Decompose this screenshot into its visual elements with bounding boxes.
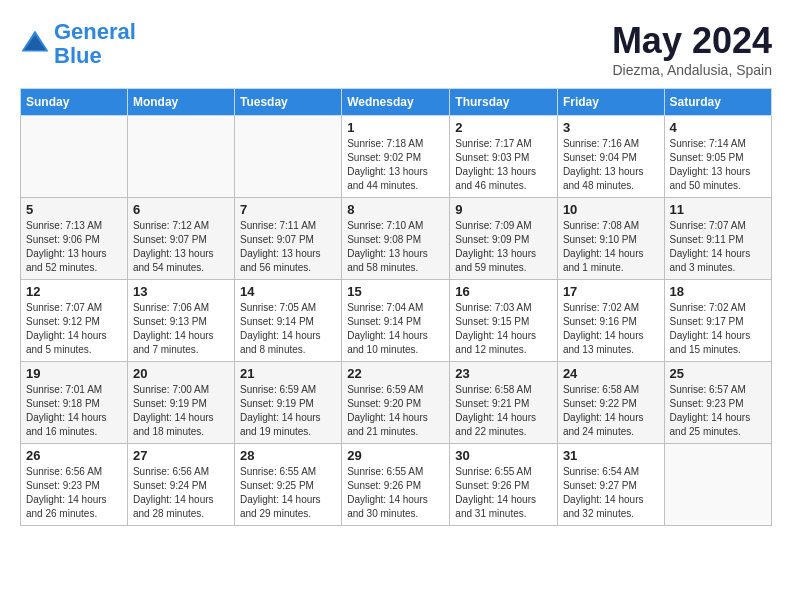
day-info: Sunrise: 7:17 AM Sunset: 9:03 PM Dayligh… [455, 137, 552, 193]
day-number: 17 [563, 284, 659, 299]
calendar-cell: 18Sunrise: 7:02 AM Sunset: 9:17 PM Dayli… [664, 280, 771, 362]
day-info: Sunrise: 6:57 AM Sunset: 9:23 PM Dayligh… [670, 383, 766, 439]
day-number: 6 [133, 202, 229, 217]
calendar-cell: 27Sunrise: 6:56 AM Sunset: 9:24 PM Dayli… [127, 444, 234, 526]
calendar-cell: 21Sunrise: 6:59 AM Sunset: 9:19 PM Dayli… [234, 362, 341, 444]
calendar-week-row: 26Sunrise: 6:56 AM Sunset: 9:23 PM Dayli… [21, 444, 772, 526]
day-number: 7 [240, 202, 336, 217]
day-number: 21 [240, 366, 336, 381]
day-number: 13 [133, 284, 229, 299]
day-number: 22 [347, 366, 444, 381]
calendar-cell: 22Sunrise: 6:59 AM Sunset: 9:20 PM Dayli… [342, 362, 450, 444]
day-number: 25 [670, 366, 766, 381]
calendar-cell: 16Sunrise: 7:03 AM Sunset: 9:15 PM Dayli… [450, 280, 558, 362]
calendar-body: 1Sunrise: 7:18 AM Sunset: 9:02 PM Daylig… [21, 116, 772, 526]
day-number: 9 [455, 202, 552, 217]
day-number: 5 [26, 202, 122, 217]
calendar-cell: 8Sunrise: 7:10 AM Sunset: 9:08 PM Daylig… [342, 198, 450, 280]
logo-icon [20, 29, 50, 59]
day-info: Sunrise: 7:12 AM Sunset: 9:07 PM Dayligh… [133, 219, 229, 275]
day-number: 26 [26, 448, 122, 463]
day-info: Sunrise: 7:05 AM Sunset: 9:14 PM Dayligh… [240, 301, 336, 357]
logo-line2: Blue [54, 43, 102, 68]
calendar-cell [127, 116, 234, 198]
day-info: Sunrise: 7:04 AM Sunset: 9:14 PM Dayligh… [347, 301, 444, 357]
weekday-header-row: SundayMondayTuesdayWednesdayThursdayFrid… [21, 89, 772, 116]
day-info: Sunrise: 7:03 AM Sunset: 9:15 PM Dayligh… [455, 301, 552, 357]
weekday-header-tuesday: Tuesday [234, 89, 341, 116]
calendar-cell: 23Sunrise: 6:58 AM Sunset: 9:21 PM Dayli… [450, 362, 558, 444]
day-number: 15 [347, 284, 444, 299]
day-number: 2 [455, 120, 552, 135]
day-info: Sunrise: 7:14 AM Sunset: 9:05 PM Dayligh… [670, 137, 766, 193]
month-title: May 2024 [612, 20, 772, 62]
calendar-cell: 20Sunrise: 7:00 AM Sunset: 9:19 PM Dayli… [127, 362, 234, 444]
calendar-cell [234, 116, 341, 198]
day-info: Sunrise: 6:58 AM Sunset: 9:21 PM Dayligh… [455, 383, 552, 439]
calendar-cell: 1Sunrise: 7:18 AM Sunset: 9:02 PM Daylig… [342, 116, 450, 198]
day-info: Sunrise: 6:54 AM Sunset: 9:27 PM Dayligh… [563, 465, 659, 521]
day-number: 20 [133, 366, 229, 381]
calendar-cell: 25Sunrise: 6:57 AM Sunset: 9:23 PM Dayli… [664, 362, 771, 444]
day-number: 31 [563, 448, 659, 463]
calendar-cell: 11Sunrise: 7:07 AM Sunset: 9:11 PM Dayli… [664, 198, 771, 280]
calendar-header: SundayMondayTuesdayWednesdayThursdayFrid… [21, 89, 772, 116]
calendar-cell: 24Sunrise: 6:58 AM Sunset: 9:22 PM Dayli… [557, 362, 664, 444]
calendar-cell [21, 116, 128, 198]
calendar-cell: 7Sunrise: 7:11 AM Sunset: 9:07 PM Daylig… [234, 198, 341, 280]
day-number: 18 [670, 284, 766, 299]
weekday-header-friday: Friday [557, 89, 664, 116]
day-info: Sunrise: 6:59 AM Sunset: 9:20 PM Dayligh… [347, 383, 444, 439]
calendar-cell: 13Sunrise: 7:06 AM Sunset: 9:13 PM Dayli… [127, 280, 234, 362]
day-info: Sunrise: 7:10 AM Sunset: 9:08 PM Dayligh… [347, 219, 444, 275]
calendar-week-row: 5Sunrise: 7:13 AM Sunset: 9:06 PM Daylig… [21, 198, 772, 280]
day-info: Sunrise: 7:06 AM Sunset: 9:13 PM Dayligh… [133, 301, 229, 357]
day-info: Sunrise: 7:07 AM Sunset: 9:12 PM Dayligh… [26, 301, 122, 357]
calendar-cell: 14Sunrise: 7:05 AM Sunset: 9:14 PM Dayli… [234, 280, 341, 362]
calendar-table: SundayMondayTuesdayWednesdayThursdayFrid… [20, 88, 772, 526]
calendar-cell: 19Sunrise: 7:01 AM Sunset: 9:18 PM Dayli… [21, 362, 128, 444]
day-info: Sunrise: 7:11 AM Sunset: 9:07 PM Dayligh… [240, 219, 336, 275]
calendar-cell: 31Sunrise: 6:54 AM Sunset: 9:27 PM Dayli… [557, 444, 664, 526]
day-info: Sunrise: 6:55 AM Sunset: 9:26 PM Dayligh… [455, 465, 552, 521]
logo-text: General Blue [54, 20, 136, 68]
day-number: 28 [240, 448, 336, 463]
day-number: 24 [563, 366, 659, 381]
weekday-header-monday: Monday [127, 89, 234, 116]
calendar-cell: 28Sunrise: 6:55 AM Sunset: 9:25 PM Dayli… [234, 444, 341, 526]
day-info: Sunrise: 7:13 AM Sunset: 9:06 PM Dayligh… [26, 219, 122, 275]
calendar-cell: 17Sunrise: 7:02 AM Sunset: 9:16 PM Dayli… [557, 280, 664, 362]
calendar-cell: 29Sunrise: 6:55 AM Sunset: 9:26 PM Dayli… [342, 444, 450, 526]
day-number: 1 [347, 120, 444, 135]
day-info: Sunrise: 6:58 AM Sunset: 9:22 PM Dayligh… [563, 383, 659, 439]
calendar-week-row: 19Sunrise: 7:01 AM Sunset: 9:18 PM Dayli… [21, 362, 772, 444]
calendar-week-row: 1Sunrise: 7:18 AM Sunset: 9:02 PM Daylig… [21, 116, 772, 198]
day-info: Sunrise: 7:07 AM Sunset: 9:11 PM Dayligh… [670, 219, 766, 275]
logo-line1: General [54, 19, 136, 44]
day-info: Sunrise: 7:01 AM Sunset: 9:18 PM Dayligh… [26, 383, 122, 439]
weekday-header-saturday: Saturday [664, 89, 771, 116]
page-header: General Blue May 2024 Diezma, Andalusia,… [20, 20, 772, 78]
calendar-cell: 6Sunrise: 7:12 AM Sunset: 9:07 PM Daylig… [127, 198, 234, 280]
day-number: 11 [670, 202, 766, 217]
day-number: 23 [455, 366, 552, 381]
day-number: 16 [455, 284, 552, 299]
day-number: 3 [563, 120, 659, 135]
day-number: 27 [133, 448, 229, 463]
calendar-cell: 9Sunrise: 7:09 AM Sunset: 9:09 PM Daylig… [450, 198, 558, 280]
day-info: Sunrise: 6:56 AM Sunset: 9:23 PM Dayligh… [26, 465, 122, 521]
day-info: Sunrise: 7:00 AM Sunset: 9:19 PM Dayligh… [133, 383, 229, 439]
weekday-header-thursday: Thursday [450, 89, 558, 116]
location-subtitle: Diezma, Andalusia, Spain [612, 62, 772, 78]
day-number: 19 [26, 366, 122, 381]
calendar-cell: 10Sunrise: 7:08 AM Sunset: 9:10 PM Dayli… [557, 198, 664, 280]
day-number: 8 [347, 202, 444, 217]
day-info: Sunrise: 7:02 AM Sunset: 9:16 PM Dayligh… [563, 301, 659, 357]
calendar-cell: 26Sunrise: 6:56 AM Sunset: 9:23 PM Dayli… [21, 444, 128, 526]
day-number: 29 [347, 448, 444, 463]
calendar-cell: 4Sunrise: 7:14 AM Sunset: 9:05 PM Daylig… [664, 116, 771, 198]
day-info: Sunrise: 7:08 AM Sunset: 9:10 PM Dayligh… [563, 219, 659, 275]
day-info: Sunrise: 7:02 AM Sunset: 9:17 PM Dayligh… [670, 301, 766, 357]
calendar-cell: 15Sunrise: 7:04 AM Sunset: 9:14 PM Dayli… [342, 280, 450, 362]
day-info: Sunrise: 7:16 AM Sunset: 9:04 PM Dayligh… [563, 137, 659, 193]
